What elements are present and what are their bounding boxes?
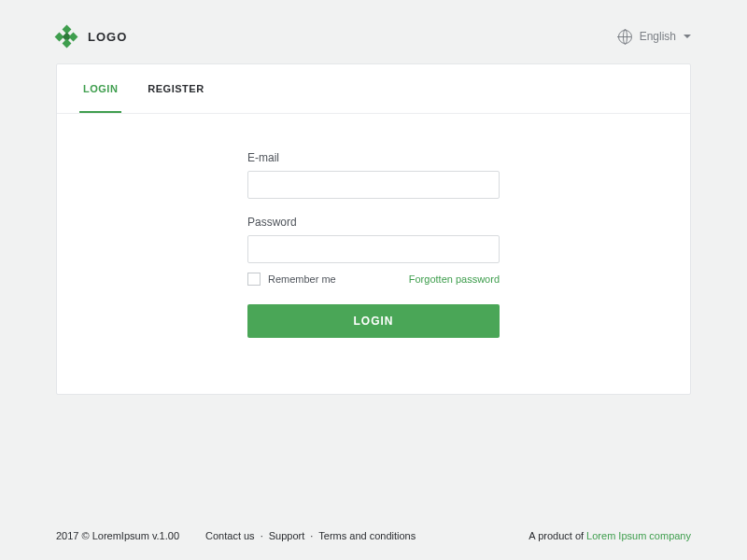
form-area: E-mail Password Remember me Forgotten pa… xyxy=(57,114,690,394)
header: LOGO English xyxy=(0,0,747,63)
remember-label: Remember me xyxy=(268,273,336,285)
email-field-wrap: E-mail xyxy=(247,151,500,199)
footer-right: A product of Lorem Ipsum company xyxy=(529,530,691,541)
copyright: 2017 © LoremIpsum v.1.00 xyxy=(56,530,179,541)
password-label: Password xyxy=(247,216,500,229)
contact-link[interactable]: Contact us xyxy=(205,530,255,541)
logo[interactable]: LOGO xyxy=(56,26,127,47)
footer-links: Contact us · Support · Terms and conditi… xyxy=(205,530,416,541)
tab-login[interactable]: LOGIN xyxy=(79,64,121,113)
remember-wrap: Remember me xyxy=(247,273,336,286)
forgot-password-link[interactable]: Forgotten password xyxy=(409,273,500,285)
remember-row: Remember me Forgotten password xyxy=(247,273,500,286)
footer-left: 2017 © LoremIpsum v.1.00 Contact us · Su… xyxy=(56,530,416,541)
password-input[interactable] xyxy=(247,235,500,263)
password-field-wrap: Password xyxy=(247,216,500,263)
language-selector[interactable]: English xyxy=(618,30,691,44)
company-link[interactable]: Lorem Ipsum company xyxy=(586,530,691,541)
language-label: English xyxy=(640,30,676,43)
globe-icon xyxy=(618,30,632,44)
auth-card: LOGIN REGISTER E-mail Password Remember … xyxy=(56,63,691,395)
footer: 2017 © LoremIpsum v.1.00 Contact us · Su… xyxy=(0,530,747,541)
chevron-down-icon xyxy=(684,35,691,38)
email-label: E-mail xyxy=(247,151,500,164)
support-link[interactable]: Support xyxy=(269,530,305,541)
login-form: E-mail Password Remember me Forgotten pa… xyxy=(247,151,500,338)
tabs: LOGIN REGISTER xyxy=(57,64,690,114)
remember-checkbox[interactable] xyxy=(247,273,261,286)
logo-icon xyxy=(56,26,77,47)
email-input[interactable] xyxy=(247,171,500,199)
tab-register[interactable]: REGISTER xyxy=(144,64,207,113)
terms-link[interactable]: Terms and conditions xyxy=(318,530,416,541)
login-button[interactable]: LOGIN xyxy=(247,304,500,338)
product-prefix: A product of xyxy=(529,530,586,541)
logo-text: LOGO xyxy=(88,30,127,44)
